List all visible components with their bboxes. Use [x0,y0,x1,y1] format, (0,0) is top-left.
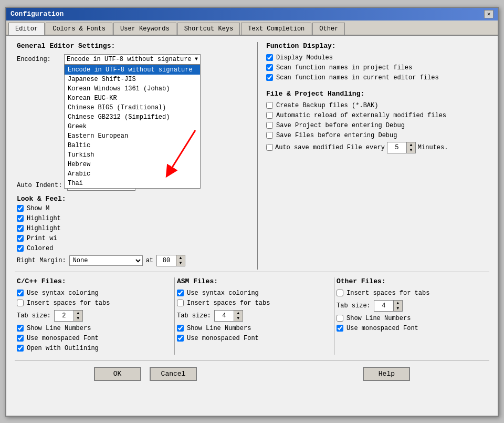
fp-save-debug: Save Project before entering Debug [266,122,487,129]
encoding-option-turkish[interactable]: Turkish [65,150,200,160]
save-debug-checkbox[interactable] [266,122,273,129]
scan-editor-checkbox[interactable] [266,74,273,81]
tab-text-completion[interactable]: Text Completion [241,23,311,35]
encoding-option-johab[interactable]: Korean Windows 1361 (Johab) [65,84,200,94]
fn-scan-editor: Scan function names in current editor fi… [266,74,487,81]
tab-colors-fonts[interactable]: Colors & Fonts [46,23,112,35]
cpp-tab-size-spinner: ▲ ▼ [54,310,83,322]
auto-indent-label: Auto Indent: [17,182,64,189]
highlight1-checkbox[interactable] [17,215,24,222]
configuration-window: Configuration ✕ Editor Colors & Fonts Us… [5,7,499,417]
other-files-title: Other Files: [337,277,487,285]
fp-reload: Automatic reload of externally modified … [266,112,487,119]
encoding-option-thai[interactable]: Thai [65,179,200,188]
asm-files-title: ASM Files: [177,277,328,285]
tab-other[interactable]: Other [312,23,345,35]
reload-checkbox[interactable] [266,112,273,119]
cpp-show-lines-checkbox[interactable] [17,325,24,332]
auto-save-down-button[interactable]: ▼ [407,148,415,153]
fp-save-files-debug: Save Files before entering Debug [266,132,487,139]
cpp-tab-size-value[interactable] [55,312,74,320]
encoding-dropdown-list[interactable]: Encode in UTF-8 without signature Japane… [64,65,201,189]
display-modules-checkbox[interactable] [266,54,273,61]
help-button[interactable]: Help [363,367,410,381]
encoding-option-big5[interactable]: Chinese BIG5 (Traditional) [65,103,200,112]
asm-spaces-checkbox[interactable] [177,300,184,306]
tab-user-keywords[interactable]: User Keywords [113,23,176,35]
ok-button[interactable]: OK [94,367,141,381]
asm-monospaced-checkbox[interactable] [177,335,184,342]
backup-checkbox[interactable] [266,102,273,109]
asm-tab-down-button[interactable]: ▼ [234,316,243,321]
look-feel-colored: Colored [17,245,247,252]
cpp-tab-down-button[interactable]: ▼ [74,316,82,321]
tab-editor[interactable]: Editor [8,23,45,35]
encoding-dropdown-btn[interactable]: Encode in UTF-8 without signature ▼ [64,54,201,65]
other-show-lines: Show Line Numbers [337,315,487,322]
scan-project-checkbox[interactable] [266,64,273,71]
encoding-option-eastern[interactable]: Eastern European [65,131,200,141]
fp-backup: Create Backup files (*.BAK) [266,102,487,109]
show-m-checkbox[interactable] [17,205,24,212]
right-column: Function Display: Display Modules Scan f… [257,42,487,270]
encoding-option-arabic[interactable]: Arabic [65,169,200,179]
asm-syntax-coloring: Use syntax coloring [177,290,328,297]
encoding-option-utf8[interactable]: Encode in UTF-8 without signature [65,65,200,75]
other-tab-down-button[interactable]: ▼ [394,306,402,311]
encoding-selected: Encode in UTF-8 without signature [67,56,192,63]
right-margin-down-button[interactable]: ▼ [176,261,185,266]
encoding-label: Encoding: [17,56,64,63]
file-project-title: File & Project Handling: [266,90,487,98]
tab-bar: Editor Colors & Fonts User Keywords Shor… [6,20,498,36]
cpp-monospaced-checkbox[interactable] [17,335,24,342]
look-feel-highlight2: Highlight [17,225,247,232]
other-tab-size-value[interactable] [374,302,393,310]
asm-spaces-tabs: Insert spaces for tabs [177,300,328,307]
right-margin-value[interactable] [157,256,176,265]
auto-save-checkbox[interactable] [266,144,273,151]
asm-tab-up-button[interactable]: ▲ [234,311,243,316]
cpp-files-title: C/C++ Files: [17,277,168,285]
other-spaces-checkbox[interactable] [337,290,343,296]
cpp-syntax-checkbox[interactable] [17,290,24,296]
colored-checkbox[interactable] [17,245,24,252]
cancel-button[interactable]: Cancel [150,367,197,381]
right-margin-select[interactable]: None 80 120 [69,255,143,266]
encoding-option-euckr[interactable]: Korean EUC-KR [65,94,200,103]
cpp-tab-up-button[interactable]: ▲ [74,311,82,316]
cpp-show-lines: Show Line Numbers [17,325,168,332]
asm-syntax-checkbox[interactable] [177,290,184,296]
cpp-outlining-checkbox[interactable] [17,345,24,352]
encoding-option-greek[interactable]: Greek [65,122,200,131]
asm-show-lines-checkbox[interactable] [177,325,184,332]
other-tab-up-button[interactable]: ▲ [394,301,402,306]
close-button[interactable]: ✕ [484,10,494,18]
cpp-outlining: Open with Outlining [17,345,168,352]
other-monospaced-checkbox[interactable] [337,325,343,332]
tab-shortcut-keys[interactable]: Shortcut Keys [177,23,240,35]
editor-content: General Editor Settings: Encoding: Encod… [6,36,498,394]
asm-tab-size-value[interactable] [215,312,234,320]
cpp-files-col: C/C++ Files: Use syntax coloring Insert … [15,277,170,355]
main-grid: General Editor Settings: Encoding: Encod… [15,42,489,270]
cpp-spaces-tabs: Insert spaces for tabs [17,300,168,307]
encoding-option-shift-jis[interactable]: Japanese Shift-JIS [65,75,200,84]
other-tab-spin-buttons: ▲ ▼ [393,301,402,311]
other-show-lines-checkbox[interactable] [337,315,343,322]
encoding-row: Encoding: Encode in UTF-8 without signat… [17,54,247,65]
auto-save-up-button[interactable]: ▲ [407,142,415,148]
print-checkbox[interactable] [17,235,24,242]
encoding-option-hebrew[interactable]: Hebrew [65,160,200,169]
save-files-debug-checkbox[interactable] [266,132,273,139]
look-feel-highlight1: Highlight [17,215,247,222]
auto-save-value[interactable] [387,143,406,152]
auto-save-minutes-label: Minutes. [418,144,448,151]
highlight2-checkbox[interactable] [17,225,24,232]
cpp-spaces-checkbox[interactable] [17,300,24,306]
left-column: General Editor Settings: Encoding: Encod… [17,42,247,270]
right-margin-up-button[interactable]: ▲ [176,255,185,261]
function-display-title: Function Display: [266,42,487,50]
encoding-option-gb2312[interactable]: Chinese GB2312 (Simplified) [65,112,200,122]
encoding-option-baltic[interactable]: Baltic [65,141,200,150]
other-files-col: Other Files: Insert spaces for tabs Tab … [334,277,489,355]
